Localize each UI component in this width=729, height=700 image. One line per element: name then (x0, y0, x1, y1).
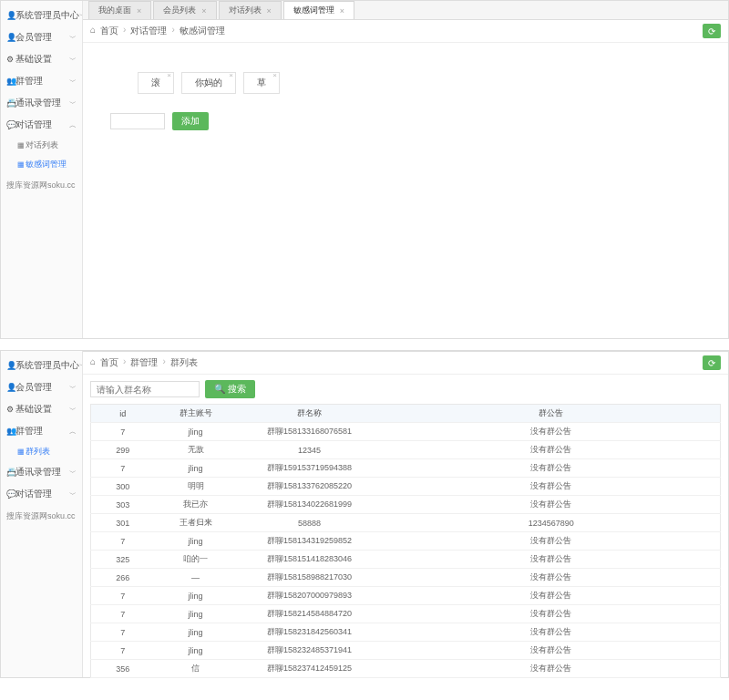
table-row[interactable]: 7jling群聊158214584884720没有群公告 (91, 605, 721, 623)
table-header: id (91, 405, 155, 423)
tab[interactable]: 我的桌面× (88, 1, 151, 19)
group-table: id群主账号群名称群公告 7jling群聊158133168076581没有群公… (90, 404, 721, 678)
word-pill: 草× (243, 72, 280, 94)
close-icon[interactable]: × (267, 6, 272, 15)
refresh-button[interactable]: ⟳ (703, 355, 721, 370)
sidebar-item[interactable]: ⚙基础设置﹀ (1, 48, 82, 70)
word-pill: 滚× (138, 72, 174, 94)
table-header: 群名称 (237, 405, 383, 423)
sidebar-header[interactable]: 👤系统管理员中心 ﹀ (1, 355, 82, 376)
sidebar-item[interactable]: 👤会员管理﹀ (1, 376, 82, 398)
add-word-input[interactable] (110, 113, 165, 129)
table-row[interactable]: 7jling群聊158207000979893没有群公告 (91, 587, 721, 605)
table-row[interactable]: 7jling群聊159153719594388没有群公告 (91, 459, 721, 478)
breadcrumb: ⌂ 首页› 群管理› 群列表 (90, 356, 198, 369)
chevron-down-icon: ﹀ (69, 383, 77, 393)
sidebar-footer: 搜库资源网soku.cc (1, 505, 82, 528)
chevron-down-icon: ﹀ (69, 55, 77, 65)
chevron-down-icon: ﹀ (69, 98, 77, 108)
tab-bar: 我的桌面×会员列表×对话列表×敏感词管理× (83, 1, 728, 20)
remove-icon[interactable]: × (229, 71, 233, 79)
close-icon[interactable]: × (137, 6, 141, 15)
tab[interactable]: 会员列表× (153, 1, 216, 19)
table-row[interactable]: 358中国商城群聊158318350550541没有群公告 (91, 678, 721, 679)
sidebar-header[interactable]: 👤系统管理员中心 ﹀ (1, 5, 82, 26)
sidebar-subitem[interactable]: ▦敏感词管理 (1, 155, 82, 174)
chevron-down-icon: ﹀ (69, 33, 77, 43)
remove-icon[interactable]: × (272, 71, 277, 79)
add-button[interactable]: 添加 (172, 112, 209, 130)
chevron-down-icon: ﹀ (69, 77, 77, 87)
home-icon: ⌂ (90, 356, 96, 369)
chevron-up-icon: ︿ (69, 427, 77, 437)
sidebar-item[interactable]: 👥群管理︿ (1, 420, 82, 442)
tab[interactable]: 对话列表× (219, 1, 282, 19)
refresh-button[interactable]: ⟳ (703, 24, 721, 38)
sidebar-item[interactable]: 💬对话管理﹀ (1, 483, 82, 505)
sidebar-item[interactable]: 💬对话管理︿ (1, 114, 82, 136)
search-input[interactable] (90, 381, 200, 397)
chevron-down-icon: ﹀ (69, 489, 77, 499)
table-row[interactable]: 7jling群聊158231842560341没有群公告 (91, 623, 721, 642)
sidebar-item[interactable]: 📇通讯录管理﹀ (1, 461, 82, 483)
breadcrumb: ⌂ 首页› 对话管理› 敏感词管理 (90, 25, 225, 37)
table-header: 群主账号 (155, 405, 237, 423)
tab[interactable]: 敏感词管理× (283, 1, 354, 19)
sidebar: 👤系统管理员中心 ﹀ 👤会员管理﹀⚙基础设置﹀👥群管理﹀📇通讯录管理﹀💬对话管理… (1, 1, 83, 338)
word-pill: 你妈的× (181, 72, 236, 94)
table-row[interactable]: 301王者归来588881234567890 (91, 514, 721, 532)
sidebar-subitem[interactable]: ▦对话列表 (1, 136, 82, 155)
table-header: 群公告 (383, 405, 721, 423)
table-row[interactable]: 266—群聊158158988217030没有群公告 (91, 569, 721, 587)
search-button[interactable]: 🔍 搜索 (205, 380, 255, 398)
sidebar-item[interactable]: 👥群管理﹀ (1, 70, 82, 92)
table-row[interactable]: 7jling群聊158134319259852没有群公告 (91, 532, 721, 551)
table-row[interactable]: 7jling群聊158133168076581没有群公告 (91, 423, 721, 441)
sidebar: 👤系统管理员中心 ﹀ 👤会员管理﹀⚙基础设置﹀👥群管理︿▦群列表📇通讯录管理﹀💬… (1, 351, 83, 677)
table-row[interactable]: 299无敌12345没有群公告 (91, 441, 721, 459)
sensitive-word-list: 滚×你妈的×草× (83, 43, 728, 94)
sidebar-item[interactable]: ⚙基础设置﹀ (1, 398, 82, 420)
close-icon[interactable]: × (340, 6, 344, 15)
chevron-down-icon: ﹀ (69, 405, 77, 415)
chevron-up-icon: ︿ (69, 120, 77, 130)
table-row[interactable]: 325咱的一群聊158151418283046没有群公告 (91, 551, 721, 569)
remove-icon[interactable]: × (167, 71, 171, 79)
chevron-down-icon: ﹀ (69, 468, 77, 478)
table-row[interactable]: 356信群聊158237412459125没有群公告 (91, 660, 721, 678)
table-row[interactable]: 303我已亦群聊158134022681999没有群公告 (91, 496, 721, 514)
sidebar-item[interactable]: 👤会员管理﹀ (1, 26, 82, 48)
table-row[interactable]: 7jling群聊158232485371941没有群公告 (91, 642, 721, 660)
close-icon[interactable]: × (201, 6, 206, 15)
sidebar-subitem[interactable]: ▦群列表 (1, 442, 82, 461)
table-row[interactable]: 300明明群聊158133762085220没有群公告 (91, 478, 721, 496)
home-icon: ⌂ (90, 25, 96, 37)
sidebar-item[interactable]: 📇通讯录管理﹀ (1, 92, 82, 114)
sidebar-footer: 搜库资源网soku.cc (1, 174, 82, 197)
